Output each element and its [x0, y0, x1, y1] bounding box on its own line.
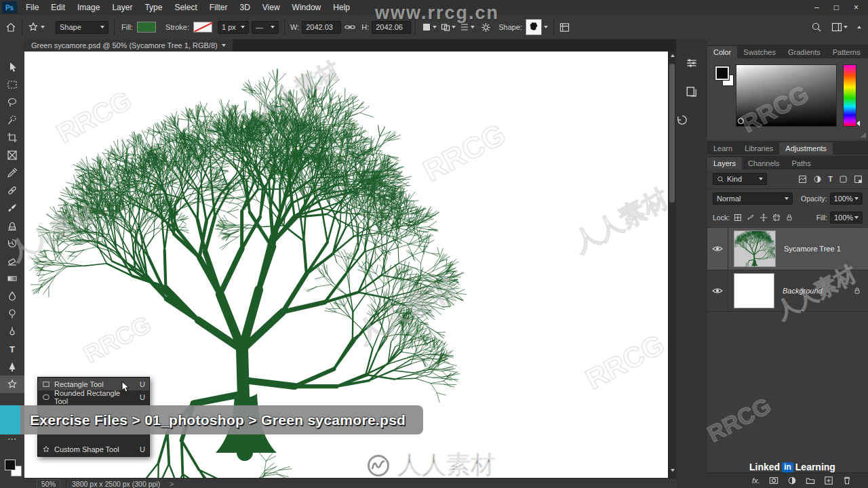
rectangular-marquee-tool[interactable] — [0, 76, 24, 94]
lasso-tool[interactable] — [0, 94, 24, 111]
edit-toolbar-button[interactable]: ⋯ — [0, 434, 24, 444]
home-button[interactable] — [0, 22, 22, 33]
menu-item-window[interactable]: Window — [286, 0, 328, 15]
collapse-options-icon[interactable] — [857, 26, 861, 28]
clone-stamp-tool[interactable] — [0, 217, 24, 235]
brush-settings-panel-button[interactable] — [686, 57, 698, 69]
lock-all-icon[interactable] — [785, 214, 793, 222]
link-dimensions-button[interactable] — [341, 22, 359, 33]
new-adjustment-layer-button[interactable] — [787, 476, 797, 485]
shape-height-input[interactable]: 2042.06 — [372, 21, 411, 34]
hue-slider-arrow[interactable] — [856, 121, 860, 126]
menu-item-type[interactable]: Type — [138, 0, 168, 15]
foreground-background-widget[interactable] — [715, 66, 736, 87]
layer-visibility-toggle[interactable] — [707, 228, 728, 270]
pen-tool[interactable] — [0, 323, 24, 340]
tab-adjustments[interactable]: Adjustments — [779, 142, 833, 155]
layer-thumbnail[interactable] — [734, 273, 774, 308]
stroke-style-select[interactable]: — — [252, 21, 279, 34]
layer-name[interactable]: Sycamore Tree 1 — [784, 245, 841, 253]
shape-width-input[interactable]: 2042.03 — [302, 21, 341, 34]
menu-item-3d[interactable]: 3D — [233, 0, 256, 15]
maximize-button[interactable]: □ — [834, 3, 839, 12]
clone-source-panel-button[interactable] — [686, 85, 698, 98]
panel-resize-grip[interactable] — [861, 132, 866, 138]
lock-position-icon[interactable] — [760, 214, 768, 222]
filter-pixel-layers-icon[interactable] — [798, 175, 807, 184]
zoom-level-field[interactable]: 50% — [37, 479, 60, 488]
shape-tool[interactable] — [0, 375, 24, 393]
color-swatches-widget[interactable] — [5, 460, 22, 477]
tab-libraries[interactable]: Libraries — [738, 142, 779, 155]
layer-row-background[interactable]: Background — [707, 270, 868, 312]
layer-filter-kind-select[interactable]: Kind — [713, 173, 767, 185]
fill-field[interactable]: 100% — [830, 211, 863, 224]
saturation-brightness-field[interactable] — [736, 64, 837, 127]
filter-adjustment-layers-icon[interactable] — [813, 175, 822, 184]
lock-pixels-icon[interactable] — [747, 214, 755, 222]
menu-item-filter[interactable]: Filter — [203, 0, 234, 15]
close-button[interactable]: × — [854, 3, 859, 12]
foreground-color-swatch[interactable] — [715, 66, 729, 80]
menu-item-edit[interactable]: Edit — [45, 0, 71, 15]
tab-learn[interactable]: Learn — [707, 142, 738, 155]
dodge-tool[interactable] — [0, 305, 24, 323]
flyout-rounded-rectangle-tool[interactable]: Rounded Rectangle ToolU — [38, 390, 149, 403]
foreground-color-swatch[interactable] — [5, 460, 16, 470]
tab-layers[interactable]: Layers — [707, 157, 742, 169]
tab-channels[interactable]: Channels — [742, 157, 785, 169]
eyedropper-tool[interactable] — [0, 164, 24, 182]
menu-item-file[interactable]: File — [20, 0, 45, 15]
tool-mode-select[interactable]: Shape — [56, 21, 108, 34]
history-brush-tool[interactable] — [0, 235, 24, 252]
lock-transparency-icon[interactable] — [734, 214, 742, 222]
eraser-tool[interactable] — [0, 252, 24, 270]
layer-effects-button[interactable]: fx. — [752, 476, 760, 485]
menu-item-view[interactable]: View — [256, 0, 286, 15]
move-tool[interactable] — [0, 58, 24, 76]
add-layer-mask-button[interactable] — [769, 476, 778, 485]
scroll-down-icon[interactable] — [671, 469, 675, 472]
tool-preset[interactable] — [22, 22, 50, 33]
new-layer-button[interactable] — [824, 476, 833, 485]
menu-item-help[interactable]: Help — [327, 0, 356, 15]
workspace-button[interactable] — [831, 22, 848, 33]
tab-color[interactable]: Color — [707, 46, 737, 58]
scrollbar-thumb[interactable] — [669, 64, 675, 203]
search-button[interactable] — [811, 22, 822, 33]
hue-slider[interactable] — [843, 64, 856, 127]
filter-shape-layers-icon[interactable] — [839, 175, 848, 184]
custom-shape-picker[interactable] — [526, 19, 548, 35]
tab-paths[interactable]: Paths — [786, 157, 817, 169]
frame-tool[interactable] — [0, 146, 24, 164]
path-selection-tool[interactable] — [0, 358, 24, 375]
brush-tool[interactable] — [0, 199, 24, 217]
blend-mode-select[interactable]: Normal — [713, 192, 793, 205]
scroll-up-icon[interactable] — [671, 54, 675, 57]
layer-thumbnail[interactable] — [734, 230, 776, 267]
tab-gradients[interactable]: Gradients — [782, 46, 827, 58]
menu-item-select[interactable]: Select — [168, 0, 203, 15]
tab-menu-icon[interactable] — [222, 44, 226, 47]
gradient-tool[interactable] — [0, 270, 24, 287]
stroke-swatch[interactable] — [193, 22, 212, 33]
layer-visibility-toggle[interactable] — [707, 270, 728, 311]
blur-tool[interactable] — [0, 287, 24, 305]
new-group-button[interactable] — [806, 476, 815, 485]
layer-row-sycamore[interactable]: Sycamore Tree 1 — [707, 228, 868, 270]
stroke-width-field[interactable]: 1 px — [218, 21, 249, 34]
spot-healing-brush-tool[interactable] — [0, 182, 24, 199]
shape-settings-button[interactable] — [477, 22, 495, 33]
tab-patterns[interactable]: Patterns — [827, 46, 867, 58]
crop-tool[interactable] — [0, 129, 24, 146]
path-operations-button[interactable] — [420, 22, 439, 32]
minimize-button[interactable]: – — [814, 3, 819, 12]
opacity-field[interactable]: 100% — [830, 192, 863, 205]
fill-swatch[interactable] — [137, 22, 156, 33]
layer-name[interactable]: Background — [783, 287, 823, 295]
quick-selection-tool[interactable] — [0, 111, 24, 129]
filter-smart-objects-icon[interactable] — [854, 175, 863, 184]
path-arrangement-button[interactable] — [458, 22, 477, 32]
status-chevron-icon[interactable]: > — [170, 480, 174, 488]
tab-swatches[interactable]: Swatches — [737, 46, 782, 58]
